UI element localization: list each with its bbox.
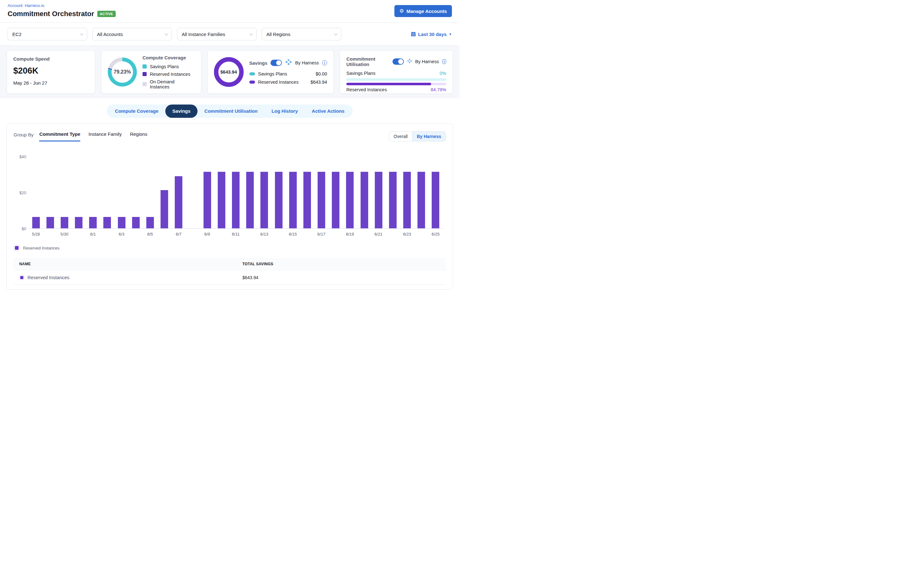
bar-slot[interactable]: [229, 157, 243, 228]
bar[interactable]: [318, 172, 325, 228]
bar-slot[interactable]: [314, 157, 328, 228]
bar-slot[interactable]: [271, 157, 286, 228]
group-by-regions[interactable]: Regions: [130, 131, 147, 141]
tab-log-history[interactable]: Log History: [264, 105, 305, 118]
bar-slot[interactable]: [329, 157, 343, 228]
bar[interactable]: [160, 190, 168, 228]
regions-select[interactable]: All Regions: [262, 28, 341, 40]
bar[interactable]: [260, 172, 268, 228]
bar[interactable]: [418, 172, 425, 228]
bar[interactable]: [89, 217, 97, 228]
bar[interactable]: [61, 217, 68, 228]
bar-slot[interactable]: [214, 157, 229, 228]
instance-families-select[interactable]: All Instance Families: [177, 28, 257, 40]
bar-slot[interactable]: [357, 157, 371, 228]
date-range-picker[interactable]: Last 30 days ▼: [411, 32, 452, 37]
x-axis-tick-label: 6/1: [86, 232, 100, 236]
bar-slot[interactable]: [57, 157, 71, 228]
harness-logo-icon: [407, 58, 412, 65]
utilisation-by-harness-toggle[interactable]: [392, 58, 404, 65]
bar-slot[interactable]: [129, 157, 143, 228]
savings-by-harness-toggle[interactable]: [271, 60, 282, 66]
bar-slot[interactable]: [300, 157, 314, 228]
bar-slot[interactable]: [114, 157, 129, 228]
bar-slot[interactable]: [386, 157, 400, 228]
commitment-utilisation-card: Commitment Utilisation By Harness i Savi…: [340, 50, 453, 94]
bar-slot[interactable]: [186, 157, 200, 228]
bar[interactable]: [32, 217, 40, 228]
bar[interactable]: [432, 172, 439, 228]
x-axis-tick-label: 5/30: [57, 232, 71, 236]
savings-table: NAME TOTAL SAVINGS Reserved Instances $6…: [14, 258, 446, 285]
bar[interactable]: [103, 217, 111, 228]
chevron-down-icon: [165, 32, 168, 36]
bar[interactable]: [289, 172, 297, 228]
bar-slot[interactable]: [157, 157, 172, 228]
group-by-commitment-type[interactable]: Commitment Type: [39, 131, 80, 142]
instance-families-select-value: All Instance Families: [182, 32, 225, 37]
x-axis-tick-label: [214, 232, 229, 236]
x-axis-tick-label: [300, 232, 314, 236]
bar-series: [29, 157, 443, 229]
bar[interactable]: [389, 172, 397, 228]
view-toggle-overall[interactable]: Overall: [389, 132, 412, 141]
header-left: Account: Harness.io Commitment Orchestra…: [8, 3, 116, 18]
bar-slot[interactable]: [72, 157, 86, 228]
bar[interactable]: [132, 217, 140, 228]
manage-accounts-button[interactable]: ⚙ Manage Accounts: [394, 5, 452, 17]
x-axis-tick-label: 6/3: [114, 232, 129, 236]
bar-slot[interactable]: [100, 157, 114, 228]
view-toggle-by-harness[interactable]: By Harness: [412, 132, 446, 141]
bar-slot[interactable]: [29, 157, 43, 228]
group-by-instance-family[interactable]: Instance Family: [89, 131, 122, 141]
bar[interactable]: [332, 172, 339, 228]
bar[interactable]: [303, 172, 311, 228]
legend-checkbox[interactable]: [14, 245, 20, 251]
tab-savings[interactable]: Savings: [165, 105, 198, 118]
bar[interactable]: [118, 217, 125, 228]
table-row[interactable]: Reserved Instances $643.94: [14, 270, 446, 285]
bar-slot[interactable]: [143, 157, 157, 228]
info-icon[interactable]: i: [322, 60, 327, 65]
ri-utilisation-fill: [346, 83, 431, 85]
ri-utilisation-bar: [346, 83, 446, 85]
compute-coverage-title: Compute Coverage: [143, 55, 194, 60]
compute-coverage-donut: 79.23%: [108, 58, 137, 87]
service-select[interactable]: EC2: [8, 28, 87, 40]
bar-slot[interactable]: [243, 157, 257, 228]
bar-slot[interactable]: [86, 157, 100, 228]
bar[interactable]: [246, 172, 254, 228]
x-axis-tick-label: [43, 232, 57, 236]
accounts-select-value: All Accounts: [97, 32, 123, 37]
row-value: $0.00: [316, 71, 327, 76]
bar[interactable]: [361, 172, 368, 228]
bar-slot[interactable]: [172, 157, 186, 228]
bar[interactable]: [175, 176, 182, 228]
x-axis-tick-label: [186, 232, 200, 236]
bar[interactable]: [204, 172, 211, 228]
bar-slot[interactable]: [414, 157, 428, 228]
info-icon[interactable]: i: [442, 59, 446, 64]
bar[interactable]: [232, 172, 240, 228]
bar-slot[interactable]: [371, 157, 386, 228]
bar-slot[interactable]: [257, 157, 271, 228]
bar[interactable]: [375, 172, 383, 228]
bar-slot[interactable]: [343, 157, 357, 228]
bar[interactable]: [75, 217, 83, 228]
tab-compute-coverage[interactable]: Compute Coverage: [108, 105, 165, 118]
bar-slot[interactable]: [43, 157, 57, 228]
bar[interactable]: [218, 172, 225, 228]
bar[interactable]: [146, 217, 154, 228]
bar[interactable]: [275, 172, 282, 228]
bar[interactable]: [403, 172, 411, 228]
tab-active-actions[interactable]: Active Actions: [305, 105, 352, 118]
bar-slot[interactable]: [200, 157, 214, 228]
bar-slot[interactable]: [286, 157, 300, 228]
account-breadcrumb-link[interactable]: Account: Harness.io: [8, 3, 116, 8]
tab-commitment-utilisation[interactable]: Commitment Utilisation: [198, 105, 264, 118]
bar[interactable]: [346, 172, 353, 228]
bar-slot[interactable]: [428, 157, 443, 228]
bar-slot[interactable]: [400, 157, 414, 228]
bar[interactable]: [47, 217, 54, 228]
accounts-select[interactable]: All Accounts: [92, 28, 172, 40]
